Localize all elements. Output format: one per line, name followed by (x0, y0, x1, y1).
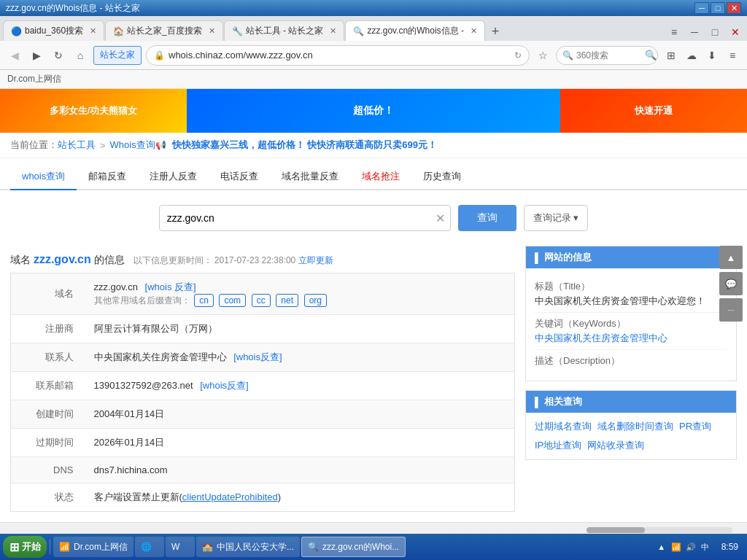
minimize-window-button[interactable]: ─ (686, 23, 703, 41)
more-button[interactable]: ··· (719, 298, 743, 322)
taskbar-item-ie[interactable]: 🌐 (135, 537, 164, 557)
related-body: 过期域名查询 域名删除时间查询 PR查询 IP地址查询 网站收录查询 (526, 413, 736, 459)
history-button[interactable]: 查询记录 ▾ (524, 205, 589, 231)
forward-button[interactable]: ▶ (28, 47, 45, 64)
tab-close-3[interactable]: ✕ (330, 26, 336, 36)
whois-label: zzz.gov.cn的Whoi... (322, 541, 399, 553)
tab-whois[interactable]: whois查询 (10, 164, 77, 190)
settings-button[interactable]: ≡ (724, 47, 741, 64)
suffix-cn[interactable]: cn (194, 294, 214, 307)
tab-registrant[interactable]: 注册人反查 (138, 164, 209, 190)
table-row-expires: 过期时间 2026年01月14日 (11, 429, 515, 457)
site-info-title-text: 网站的信息 (544, 251, 592, 264)
tab-batch[interactable]: 域名批量反查 (270, 164, 350, 190)
input-clear-icon[interactable]: ✕ (436, 211, 445, 225)
search-icon[interactable]: 🔍 (645, 50, 657, 61)
update-time: 2017-07-23 22:38:00 (214, 255, 295, 265)
search-section: ✕ 查询 查询记录 ▾ (0, 190, 747, 246)
site-info-section: ▌ 网站的信息 标题（Title） 中央国家机关住房资金管理中心欢迎您！ 关键词… (525, 246, 737, 381)
browser-tab-4[interactable]: 🔍 zzz.gov.cn的Whois信息 - ✕ (345, 20, 484, 41)
refresh-button[interactable]: ↻ (50, 47, 67, 64)
tab-grab[interactable]: 域名抢注 (350, 164, 411, 190)
refresh-address-icon[interactable]: ↻ (514, 50, 522, 61)
star-button[interactable]: ☆ (534, 47, 551, 64)
suffix-net[interactable]: net (276, 294, 298, 307)
query-button[interactable]: 查询 (458, 205, 516, 231)
apps-button[interactable]: ⊞ (662, 47, 680, 64)
breadcrumb-sep: > (100, 140, 106, 151)
browser-menu-button[interactable]: ≡ (665, 23, 683, 41)
home-button[interactable]: ⌂ (71, 47, 89, 64)
search-input[interactable] (576, 50, 642, 61)
browser-tab-1[interactable]: 🔵 baidu_360搜索 ✕ (3, 20, 104, 41)
address-input[interactable] (169, 50, 511, 61)
browser-tab-2[interactable]: 🏠 站长之家_百度搜索 ✕ (105, 20, 223, 41)
breadcrumb-link-1[interactable]: 站长工具 (58, 139, 96, 152)
ad-strip: 📢 快快独家嘉兴三线，超低价格！ 快快济南联通高防只卖699元！ (155, 139, 437, 152)
table-row-dns: DNS dns7.hichina.com (11, 457, 515, 483)
description-row: 描述（Description） (535, 350, 727, 373)
restore-window-button[interactable]: □ (706, 23, 724, 41)
suffix-com[interactable]: com (219, 294, 246, 307)
taskbar-item-drcom[interactable]: 📶 Dr.com上网信 (53, 537, 133, 557)
suffix-cc[interactable]: cc (252, 294, 271, 307)
keywords-value[interactable]: 中央国家机关住房资金管理中心 (535, 332, 727, 345)
domain-title-prefix: 域名 (10, 254, 31, 265)
tab-close-1[interactable]: ✕ (90, 26, 96, 36)
domain-name-display: zzz.gov.cn (34, 253, 91, 265)
cloud-button[interactable]: ☁ (683, 47, 700, 64)
main-content: 域名 zzz.gov.cn 的信息 以下信息更新时间： 2017-07-23 2… (0, 246, 747, 522)
status-link[interactable]: clientUpdateProhibited (182, 491, 278, 502)
domain-title: 域名 zzz.gov.cn 的信息 以下信息更新时间： 2017-07-23 2… (10, 246, 515, 273)
taskbar: ⊞ 开始 📶 Dr.com上网信 🌐 W 🏫 中国人民公安大学... 🔍 zzz… (0, 534, 747, 560)
domain-whois-link[interactable]: [whois 反查] (145, 281, 196, 292)
chat-button[interactable]: 💬 (719, 272, 743, 295)
related-link-0[interactable]: 过期域名查询 (535, 420, 592, 433)
download-button[interactable]: ⬇ (703, 47, 721, 64)
site-info-body: 标题（Title） 中央国家机关住房资金管理中心欢迎您！ 关键词（KeyWord… (526, 268, 736, 381)
start-button[interactable]: ⊞ 开始 (3, 536, 47, 558)
ad-link[interactable]: 快快独家嘉兴三线，超低价格！ 快快济南联通高防只卖699元！ (172, 139, 437, 152)
breadcrumb-bar: 当前位置： 站长工具 > Whois查询 📢 快快独家嘉兴三线，超低价格！ 快快… (0, 133, 747, 158)
domain-input-wrap: ✕ (159, 205, 451, 231)
related-link-4[interactable]: 网站收录查询 (587, 439, 644, 452)
scrollbar[interactable] (587, 527, 732, 533)
minimize-button[interactable]: ─ (694, 2, 709, 14)
keywords-row: 关键词（KeyWords） 中央国家机关住房资金管理中心 (535, 313, 727, 350)
label-status: 状态 (11, 483, 84, 512)
close-window-button[interactable]: ✕ (727, 23, 744, 41)
back-button[interactable]: ◀ (6, 47, 23, 64)
new-tab-button[interactable]: + (486, 22, 505, 41)
tab-favicon-3: 🔧 (232, 26, 242, 36)
email-whois-link[interactable]: [whois反查] (200, 380, 248, 391)
scroll-top-button[interactable]: ▲ (719, 246, 743, 269)
tab-email[interactable]: 邮箱反查 (77, 164, 138, 190)
maximize-button[interactable]: □ (711, 2, 725, 14)
tab-history[interactable]: 历史查询 (411, 164, 473, 190)
contact-whois-link[interactable]: [whois反查] (233, 351, 282, 362)
navigation-bar: ◀ ▶ ↻ ⌂ 站长之家 🔒 ↻ ☆ 🔍 🔍 ⊞ ☁ ⬇ ≡ (0, 41, 747, 70)
breadcrumb-current: 当前位置： (10, 139, 58, 152)
taskbar-item-police[interactable]: 🏫 中国人民公安大学... (196, 537, 300, 557)
search-engine-icon: 🔍 (562, 50, 573, 61)
tabs-bar: whois查询 邮箱反查 注册人反查 电话反查 域名批量反查 域名抢注 历史查询 (0, 164, 747, 190)
suffix-org[interactable]: org (304, 294, 327, 307)
update-link[interactable]: 立即更新 (298, 255, 333, 265)
browser-tab-3[interactable]: 🔧 站长工具 - 站长之家 ✕ (224, 20, 345, 41)
related-section: ▌ 相关查询 过期域名查询 域名删除时间查询 PR查询 IP地址查询 网站收录查… (525, 390, 737, 460)
update-info: 以下信息更新时间： 2017-07-23 22:38:00 立即更新 (133, 255, 333, 265)
tab-phone[interactable]: 电话反查 (209, 164, 270, 190)
related-link-1[interactable]: 域名删除时间查询 (597, 420, 673, 433)
taskbar-item-whois[interactable]: 🔍 zzz.gov.cn的Whoi... (301, 537, 406, 557)
close-button[interactable]: ✕ (727, 2, 741, 14)
related-link-3[interactable]: IP地址查询 (535, 439, 581, 452)
breadcrumb-link-2[interactable]: Whois查询 (110, 139, 155, 152)
related-link-2[interactable]: PR查询 (679, 420, 711, 433)
tab-close-4[interactable]: ✕ (471, 26, 477, 36)
tab-close-2[interactable]: ✕ (209, 26, 215, 36)
site-info-title: ▌ 网站的信息 (526, 246, 736, 268)
scrollbar-thumb[interactable] (587, 527, 645, 533)
domain-search-input[interactable] (159, 205, 451, 231)
taskbar-item-word[interactable]: W (166, 537, 195, 557)
drcom-bookmark[interactable]: Dr.com上网信 (7, 73, 61, 85)
